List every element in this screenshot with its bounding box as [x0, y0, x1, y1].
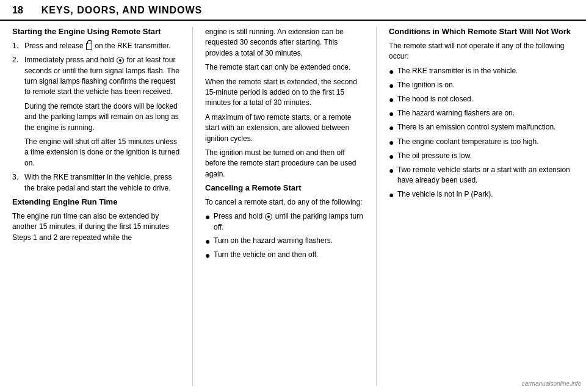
- cond-bullet-icon-4: ●: [389, 108, 397, 119]
- cond-bullet-icon-8: ●: [389, 165, 397, 186]
- bullet-icon-1: ●: [205, 211, 214, 233]
- conditions-bullets: ● The RKE transmitter is in the vehicle.…: [389, 66, 574, 200]
- cond-bullet-2: ● The ignition is on.: [389, 80, 574, 91]
- cond-bullet-icon-7: ●: [389, 151, 397, 162]
- section2-body: The engine run time can also be extended…: [12, 211, 180, 243]
- col-right: Conditions in Which Remote Start Will No…: [380, 27, 574, 386]
- page-number: 18: [12, 5, 23, 16]
- cancel-bullet-2: ● Turn on the hazard warning flashers.: [205, 236, 364, 247]
- cond-bullet-4: ● The hazard warning flashers are on.: [389, 108, 574, 119]
- cancel-bullet-1: ● Press and hold until the parking lamps…: [205, 211, 364, 233]
- step2-indent1: During the remote start the doors will b…: [24, 101, 180, 133]
- mid-body5: The ignition must be turned on and then …: [205, 148, 364, 180]
- cond-bullet-icon-2: ●: [389, 80, 397, 91]
- lock-icon: [86, 43, 92, 50]
- step3-num: 3.: [12, 172, 24, 194]
- step-3: 3. With the RKE transmitter in the vehic…: [12, 172, 180, 194]
- step2-indent2: The engine will shut off after 15 minute…: [24, 137, 180, 169]
- mid-body3: When the remote start is extended, the s…: [205, 77, 364, 109]
- cond-bullet-8: ● Two remote vehicle starts or a start w…: [389, 165, 574, 186]
- step2-content: Immediately press and hold for at least …: [24, 55, 180, 98]
- mid-body1: engine is still running. An extension ca…: [205, 27, 364, 59]
- cond-bullet-8-text: Two remote vehicle starts or a start wit…: [397, 165, 574, 186]
- mid-body4: A maximum of two remote starts, or a rem…: [205, 112, 364, 144]
- cond-bullet-1-text: The RKE transmitter is in the vehicle.: [397, 66, 574, 77]
- cancel-body: To cancel a remote start, do any of the …: [205, 197, 364, 208]
- conditions-heading: Conditions in Which Remote Start Will No…: [389, 27, 574, 37]
- cancel-bullets: ● Press and hold until the parking lamps…: [205, 211, 364, 261]
- col-divider: [192, 27, 193, 386]
- step3-content: With the RKE transmitter in the vehicle,…: [24, 172, 180, 194]
- step3-list: 3. With the RKE transmitter in the vehic…: [12, 172, 180, 194]
- chapter-title: KEYS, DOORS, AND WINDOWS: [42, 5, 202, 16]
- cond-bullet-7: ● The oil pressure is low.: [389, 151, 574, 162]
- step2-num: 2.: [12, 55, 24, 98]
- page-container: 18 KEYS, DOORS, AND WINDOWS Starting the…: [0, 0, 586, 392]
- numbered-list: 1. Press and release on the RKE transmit…: [12, 41, 180, 98]
- cond-bullet-icon-3: ●: [389, 94, 397, 105]
- step1-num: 1.: [12, 41, 24, 51]
- col-middle: engine is still running. An extension ca…: [196, 27, 373, 386]
- cond-bullet-9-text: The vehicle is not in P (Park).: [397, 189, 574, 200]
- cond-bullet-icon-1: ●: [389, 66, 397, 77]
- cond-bullet-icon-6: ●: [389, 137, 397, 148]
- step1-content: Press and release on the RKE transmitter…: [24, 41, 180, 51]
- bullet-icon-2: ●: [205, 236, 214, 247]
- col-divider-2: [376, 27, 377, 386]
- watermark: carmanualsonline.info: [522, 380, 581, 387]
- remote-icon-2: [265, 213, 272, 220]
- cond-bullet-5-text: There is an emission control system malf…: [397, 122, 574, 133]
- cond-bullet-5: ● There is an emission control system ma…: [389, 122, 574, 133]
- cond-bullet-icon-5: ●: [389, 122, 397, 133]
- conditions-body: The remote start will not operate if any…: [389, 41, 574, 62]
- section2-heading: Extending Engine Run Time: [12, 197, 180, 208]
- cond-bullet-9: ● The vehicle is not in P (Park).: [389, 189, 574, 200]
- cancel-bullet-3-text: Turn the vehicle on and then off.: [214, 250, 364, 261]
- step-2: 2. Immediately press and hold for at lea…: [12, 55, 180, 98]
- page-content: Starting the Engine Using Remote Start 1…: [0, 21, 586, 392]
- cond-bullet-1: ● The RKE transmitter is in the vehicle.: [389, 66, 574, 77]
- mid-body2: The remote start can only be extended on…: [205, 62, 364, 73]
- cond-bullet-2-text: The ignition is on.: [397, 80, 574, 91]
- cond-bullet-7-text: The oil pressure is low.: [397, 151, 574, 162]
- page-header: 18 KEYS, DOORS, AND WINDOWS: [0, 0, 586, 21]
- step-1: 1. Press and release on the RKE transmit…: [12, 41, 180, 51]
- cond-bullet-3: ● The hood is not closed.: [389, 94, 574, 105]
- remote-icon: [117, 57, 124, 64]
- cancel-heading: Canceling a Remote Start: [205, 183, 364, 194]
- cond-bullet-icon-9: ●: [389, 189, 397, 200]
- cond-bullet-3-text: The hood is not closed.: [397, 94, 574, 105]
- cond-bullet-6: ● The engine coolant temperature is too …: [389, 137, 574, 148]
- section1-heading: Starting the Engine Using Remote Start: [12, 27, 180, 37]
- cond-bullet-4-text: The hazard warning flashers are on.: [397, 108, 574, 119]
- cond-bullet-6-text: The engine coolant temperature is too hi…: [397, 137, 574, 148]
- bullet-icon-3: ●: [205, 250, 214, 261]
- cancel-bullet-3: ● Turn the vehicle on and then off.: [205, 250, 364, 261]
- cancel-bullet-2-text: Turn on the hazard warning flashers.: [214, 236, 364, 247]
- cancel-bullet-1-text: Press and hold until the parking lamps t…: [214, 211, 364, 233]
- col-left: Starting the Engine Using Remote Start 1…: [12, 27, 189, 386]
